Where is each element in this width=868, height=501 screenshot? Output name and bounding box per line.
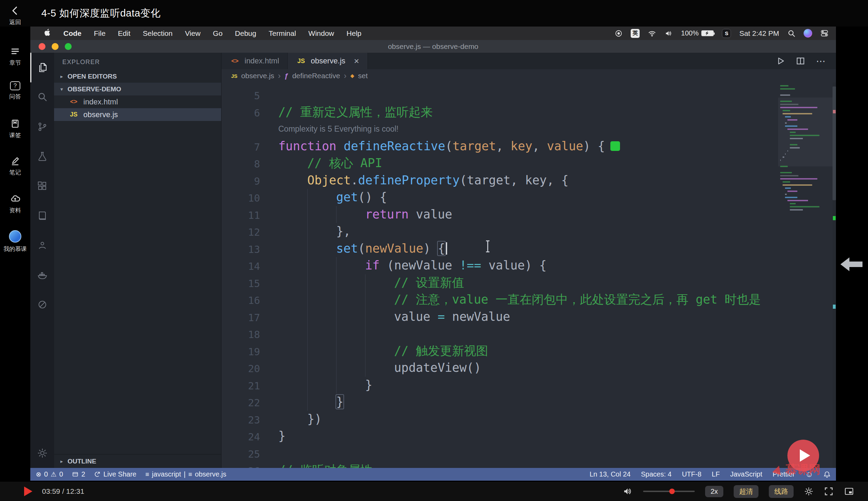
code-line-20[interactable]: 20updateView() — [221, 359, 836, 377]
sidebar-item-my-mooc[interactable]: 我的慕课 — [0, 230, 30, 253]
tab-index-html[interactable]: <> index.html — [221, 53, 288, 69]
codelens-row[interactable]: Complexity is 5 Everything is cool! — [221, 121, 836, 138]
code-line-21[interactable]: 21} — [221, 377, 836, 394]
snip-app-icon[interactable]: S — [722, 29, 731, 38]
code-line-11[interactable]: 11return value — [221, 206, 836, 223]
status-encoding[interactable]: UTF-8 — [682, 470, 702, 478]
more-actions-icon[interactable]: ⋯ — [816, 55, 826, 67]
scrollbar-thumb[interactable] — [833, 86, 836, 200]
file-item-observe-js[interactable]: JS observe.js — [54, 108, 221, 121]
status-eol[interactable]: LF — [712, 470, 720, 478]
status-cursor-position[interactable]: Ln 13, Col 24 — [590, 470, 631, 478]
menu-app-name[interactable]: Code — [57, 29, 88, 38]
status-live-share[interactable]: Live Share — [94, 470, 136, 478]
sidebar-item-bookmark[interactable]: 课签 — [0, 119, 30, 139]
collapse-panel-arrow[interactable] — [839, 253, 864, 277]
menu-debug[interactable]: Debug — [229, 29, 262, 38]
quality-button[interactable]: 超清 — [734, 485, 758, 498]
volume-knob[interactable] — [669, 489, 675, 494]
pip-icon[interactable] — [844, 487, 854, 496]
debug-activity-button[interactable] — [30, 142, 54, 171]
wifi-icon[interactable] — [648, 30, 656, 37]
battery-status[interactable]: 100% — [681, 29, 714, 37]
code-line-14[interactable]: 14if (newValue !== value) { — [221, 257, 836, 274]
extensions-activity-button[interactable] — [30, 171, 54, 201]
file-item-index-html[interactable]: <> index.html — [54, 95, 221, 108]
source-control-activity-button[interactable] — [30, 112, 54, 142]
code-line-12[interactable]: 12}, — [221, 223, 836, 240]
code-editor[interactable]: 56// 重新定义属性，监听起来Complexity is 5 Everythi… — [221, 82, 836, 468]
code-line-5[interactable]: 5 — [221, 86, 836, 104]
menu-view[interactable]: View — [179, 29, 207, 38]
code-line-19[interactable]: 19// 触发更新视图 — [221, 342, 836, 360]
play-button[interactable] — [24, 487, 32, 496]
player-volume-icon[interactable] — [622, 487, 633, 496]
code-line-13[interactable]: 13set(newValue) { — [221, 240, 836, 257]
apple-menu[interactable] — [38, 28, 57, 38]
menu-help[interactable]: Help — [340, 29, 368, 38]
breadcrumb-member[interactable]: set — [358, 72, 368, 80]
input-method-badge[interactable]: 英 — [631, 29, 640, 38]
code-line-18[interactable]: 18 — [221, 325, 836, 342]
breadcrumb-file[interactable]: observe.js — [241, 72, 274, 80]
run-code-icon[interactable] — [776, 57, 785, 65]
manage-button[interactable] — [30, 438, 54, 468]
status-info-badge[interactable]: 2 — [72, 470, 85, 478]
menu-terminal[interactable]: Terminal — [262, 29, 302, 38]
code-line-25[interactable]: 25 — [221, 445, 836, 462]
code-line-16[interactable]: 16// 注意，value 一直在闭包中，此处设置完之后，再 get 时也是 — [221, 291, 836, 308]
menu-go[interactable]: Go — [207, 29, 229, 38]
open-editors-section[interactable]: ▸ OPEN EDITORS — [54, 70, 221, 83]
status-language-mode[interactable]: JavaScript — [730, 470, 762, 478]
player-back-button[interactable]: 返回 — [0, 6, 30, 26]
sidebar-item-materials[interactable]: 资料 — [0, 194, 30, 214]
code-line-23[interactable]: 23}) — [221, 411, 836, 428]
volume-icon[interactable] — [664, 30, 673, 37]
sidebar-item-chapters[interactable]: 章节 — [0, 46, 30, 67]
code-runner-activity-button[interactable] — [30, 290, 54, 319]
live-share-activity-button[interactable] — [30, 231, 54, 260]
code-line-24[interactable]: 24} — [221, 428, 836, 445]
spotlight-search-icon[interactable] — [787, 29, 795, 37]
volume-slider[interactable] — [643, 491, 695, 492]
code-line-10[interactable]: 10get() { — [221, 189, 836, 206]
menu-selection[interactable]: Selection — [137, 29, 179, 38]
code-line-7[interactable]: 7function defineReactive(target, key, va… — [221, 138, 836, 155]
code-line-8[interactable]: 8// 核心 API — [221, 155, 836, 172]
breadcrumb-symbol[interactable]: defineReactive — [292, 72, 340, 80]
docs-activity-button[interactable] — [30, 201, 54, 231]
tab-observe-js[interactable]: JS observe.js × — [288, 53, 368, 69]
menu-edit[interactable]: Edit — [112, 29, 136, 38]
docker-activity-button[interactable] — [30, 260, 54, 290]
speed-button[interactable]: 2x — [705, 486, 723, 497]
status-problems[interactable]: ⊗ 0 ⚠ 0 — [36, 470, 63, 478]
status-task-javascript[interactable]: ≡ javascript | ≡ observe.js — [145, 470, 226, 478]
line-button[interactable]: 线路 — [769, 485, 794, 498]
explorer-activity-button[interactable] — [30, 53, 54, 82]
menu-window[interactable]: Window — [302, 29, 340, 38]
player-settings-gear-icon[interactable] — [804, 487, 814, 496]
fullscreen-icon[interactable] — [824, 487, 834, 496]
window-titlebar[interactable]: observe.js — observe-demo — [30, 40, 836, 53]
menubar-clock[interactable]: Sat 2:42 PM — [739, 29, 779, 38]
code-line-22[interactable]: 22} — [221, 393, 836, 411]
search-activity-button[interactable] — [30, 82, 54, 112]
control-center-icon[interactable] — [820, 29, 828, 37]
sidebar-item-notes[interactable]: 笔记 — [0, 156, 30, 176]
floating-play-button[interactable] — [787, 440, 819, 471]
split-editor-icon[interactable] — [796, 57, 805, 65]
close-tab-icon[interactable]: × — [354, 57, 359, 65]
record-indicator-icon[interactable] — [615, 30, 622, 37]
code-line-17[interactable]: 17value = newValue — [221, 308, 836, 326]
notifications-bell-icon[interactable] — [824, 471, 830, 478]
code-line-9[interactable]: 9Object.defineProperty(target, key, { — [221, 172, 836, 189]
menu-file[interactable]: File — [88, 29, 112, 38]
code-line-6[interactable]: 6// 重新定义属性，监听起来 — [221, 104, 836, 121]
sidebar-item-qa[interactable]: ? 问答 — [0, 81, 30, 101]
siri-icon[interactable] — [804, 29, 812, 38]
code-line-15[interactable]: 15// 设置新值 — [221, 274, 836, 292]
folder-section-observe-demo[interactable]: ▾ OBSERVE-DEMO — [54, 83, 221, 95]
outline-section[interactable]: ▸ OUTLINE — [54, 454, 221, 468]
status-indentation[interactable]: Spaces: 4 — [641, 470, 672, 478]
code-line-26[interactable]: 26// 监听对象属性 — [221, 462, 836, 468]
